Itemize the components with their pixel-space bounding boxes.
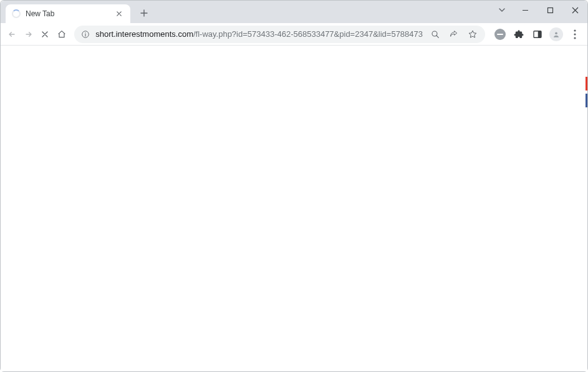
url-host: short.interestmoments.com [95,29,193,39]
page-content [1,46,587,371]
minimize-icon [522,7,529,14]
tab-title: New Tab [26,9,109,18]
active-tab[interactable]: New Tab [6,4,130,23]
zoom-icon [430,29,440,39]
toolbar-right [491,26,584,43]
side-panel-icon [532,29,543,40]
star-icon [468,29,478,39]
svg-point-8 [574,33,576,35]
omnibox-actions [428,27,480,42]
maximize-button[interactable] [537,1,562,19]
overlay-sliver [586,94,587,107]
share-icon [449,29,459,39]
info-icon [81,30,90,39]
close-tab-button[interactable] [114,9,124,19]
overlay-sliver [586,77,587,91]
address-bar[interactable]: short.interestmoments.com/fl-way.php?id=… [74,26,485,43]
avatar-icon [549,27,563,41]
menu-button[interactable] [566,26,584,43]
browser-window: New Tab [0,0,588,372]
puzzle-icon [513,29,524,40]
new-tab-button[interactable] [135,4,153,22]
loading-spinner-icon [12,9,21,18]
bookmark-button[interactable] [465,27,480,42]
site-info-button[interactable] [80,29,90,39]
toolbar: short.interestmoments.com/fl-way.php?id=… [1,23,587,46]
tab-search-button[interactable] [491,1,513,19]
chevron-down-icon [498,6,506,14]
back-button[interactable] [4,26,20,43]
close-icon [572,7,579,14]
dots-vertical-icon [574,29,576,39]
window-controls [491,1,587,19]
svg-point-9 [574,37,576,39]
share-button[interactable] [446,27,461,42]
svg-rect-0 [547,7,552,12]
extension-adblock-button[interactable] [491,26,509,43]
arrow-left-icon [7,29,17,39]
side-panel-button[interactable] [529,26,546,43]
adblock-icon [494,29,506,40]
close-window-button[interactable] [562,1,587,19]
arrow-right-icon [24,29,34,39]
maximize-icon [547,7,554,14]
profile-button[interactable] [547,26,565,43]
extensions-button[interactable] [510,26,528,43]
url-text: short.interestmoments.com/fl-way.php?id=… [95,29,423,39]
plus-icon [140,9,148,17]
home-button[interactable] [54,26,70,43]
stop-reload-button[interactable] [37,26,53,43]
zoom-button[interactable] [428,27,443,42]
forward-button[interactable] [21,26,37,43]
svg-point-2 [85,32,86,33]
close-icon [40,29,50,39]
svg-point-7 [574,29,576,31]
minimize-button[interactable] [513,1,537,19]
url-path: /fl-way.php?id=573433-462-568533477&pid=… [193,29,423,39]
svg-point-6 [555,32,557,34]
home-icon [57,29,67,39]
close-icon [117,11,122,16]
svg-rect-5 [538,31,541,37]
titlebar: New Tab [1,1,587,23]
